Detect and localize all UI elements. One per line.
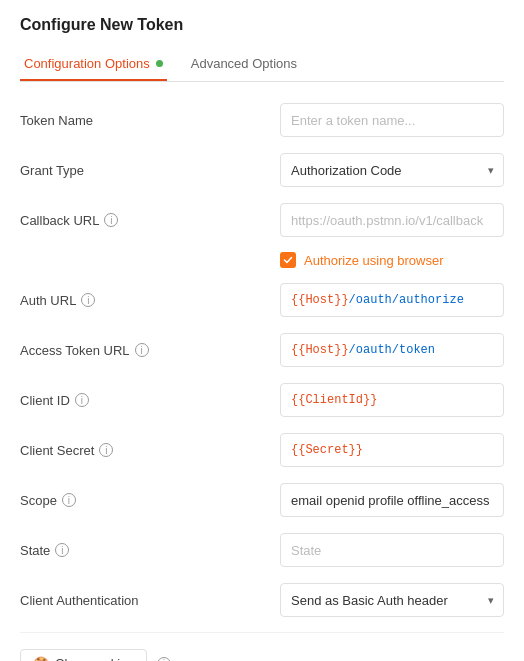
page-title: Configure New Token [20, 16, 504, 34]
auth-url-info-icon[interactable]: i [81, 293, 95, 307]
clear-cookies-info-icon[interactable]: i [157, 657, 171, 662]
client-secret-row: Client Secret i {{Secret}} [20, 432, 504, 468]
client-secret-input[interactable]: {{Secret}} [280, 433, 504, 467]
callback-url-input[interactable] [280, 203, 504, 237]
scope-input[interactable] [280, 483, 504, 517]
client-id-row: Client ID i {{ClientId}} [20, 382, 504, 418]
client-id-info-icon[interactable]: i [75, 393, 89, 407]
state-input[interactable] [280, 533, 504, 567]
tabs-container: Configuration Options Advanced Options [20, 48, 504, 82]
grant-type-select[interactable]: Authorization Code Implicit Password Cre… [280, 153, 504, 187]
authorize-browser-checkbox-wrapper[interactable]: Authorize using browser [280, 252, 443, 268]
access-token-url-prefix: {{Host}} [291, 343, 349, 357]
authorize-browser-label: Authorize using browser [304, 253, 443, 268]
client-id-label: Client ID i [20, 393, 280, 408]
auth-url-input[interactable]: {{Host}}/oauth/authorize [280, 283, 504, 317]
state-row: State i [20, 532, 504, 568]
auth-url-label: Auth URL i [20, 293, 280, 308]
auth-url-suffix: /oauth/authorize [349, 293, 464, 307]
state-info-icon[interactable]: i [55, 543, 69, 557]
tab-configuration-label: Configuration Options [24, 56, 150, 71]
access-token-url-row: Access Token URL i {{Host}}/oauth/token [20, 332, 504, 368]
client-auth-label: Client Authentication [20, 593, 280, 608]
callback-url-row: Callback URL i [20, 202, 504, 238]
grant-type-label: Grant Type [20, 163, 280, 178]
tab-advanced[interactable]: Advanced Options [187, 48, 301, 81]
token-name-label: Token Name [20, 113, 280, 128]
scope-label: Scope i [20, 493, 280, 508]
client-auth-select[interactable]: Send as Basic Auth header Send client cr… [280, 583, 504, 617]
tab-configuration[interactable]: Configuration Options [20, 48, 167, 81]
clear-cookies-button[interactable]: 🍪 Clear cookies [20, 649, 147, 661]
clear-cookies-label: Clear cookies [55, 656, 134, 661]
cookie-icon: 🍪 [33, 656, 49, 661]
client-secret-value: {{Secret}} [291, 443, 363, 457]
access-token-url-label: Access Token URL i [20, 343, 280, 358]
client-id-value: {{ClientId}} [291, 393, 377, 407]
client-auth-row: Client Authentication Send as Basic Auth… [20, 582, 504, 618]
scope-info-icon[interactable]: i [62, 493, 76, 507]
tab-advanced-label: Advanced Options [191, 56, 297, 71]
scope-row: Scope i [20, 482, 504, 518]
client-auth-select-wrapper: Send as Basic Auth header Send client cr… [280, 583, 504, 617]
client-id-input[interactable]: {{ClientId}} [280, 383, 504, 417]
grant-type-row: Grant Type Authorization Code Implicit P… [20, 152, 504, 188]
client-secret-info-icon[interactable]: i [99, 443, 113, 457]
authorize-browser-checkbox[interactable] [280, 252, 296, 268]
bottom-section: 🍪 Clear cookies i Get New Access Token [20, 649, 504, 661]
authorize-browser-row: Authorize using browser [280, 252, 504, 268]
configure-token-panel: Configure New Token Configuration Option… [0, 0, 524, 661]
access-token-url-info-icon[interactable]: i [135, 343, 149, 357]
config-status-dot [156, 60, 163, 67]
callback-url-label: Callback URL i [20, 213, 280, 228]
auth-url-prefix: {{Host}} [291, 293, 349, 307]
access-token-url-suffix: /oauth/token [349, 343, 435, 357]
token-name-input[interactable] [280, 103, 504, 137]
callback-url-info-icon[interactable]: i [104, 213, 118, 227]
bottom-actions: 🍪 Clear cookies i [20, 649, 504, 661]
auth-url-row: Auth URL i {{Host}}/oauth/authorize [20, 282, 504, 318]
section-divider [20, 632, 504, 633]
access-token-url-input[interactable]: {{Host}}/oauth/token [280, 333, 504, 367]
token-name-row: Token Name [20, 102, 504, 138]
grant-type-select-wrapper: Authorization Code Implicit Password Cre… [280, 153, 504, 187]
state-label: State i [20, 543, 280, 558]
client-secret-label: Client Secret i [20, 443, 280, 458]
